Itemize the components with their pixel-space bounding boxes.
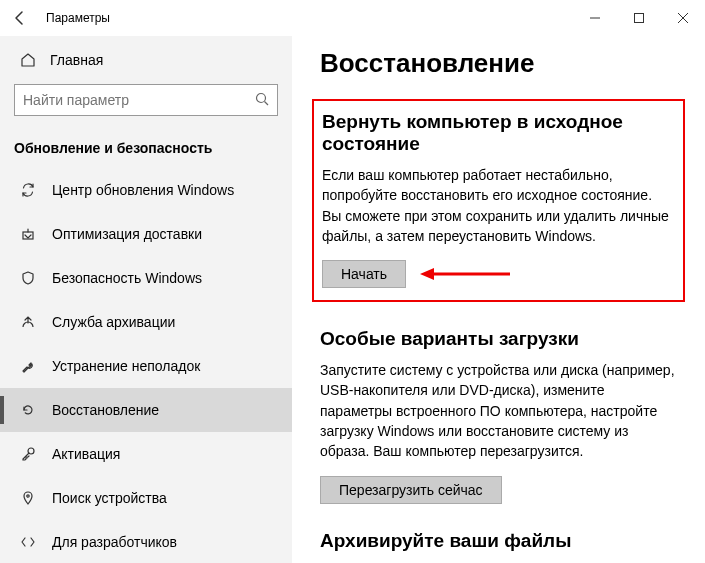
sidebar-item-label: Поиск устройства: [52, 490, 167, 506]
search-input[interactable]: [23, 92, 255, 108]
sidebar: Главная Обновление и безопасность Центр …: [0, 36, 292, 563]
restart-now-button[interactable]: Перезагрузить сейчас: [320, 476, 502, 504]
sidebar-item-label: Восстановление: [52, 402, 159, 418]
search-box[interactable]: [14, 84, 278, 116]
advanced-body: Запустите систему с устройства или диска…: [320, 360, 677, 461]
sidebar-item-windows-security[interactable]: Безопасность Windows: [0, 256, 292, 300]
home-link[interactable]: Главная: [0, 44, 292, 76]
recovery-icon: [20, 402, 36, 418]
maximize-button[interactable]: [617, 0, 661, 36]
close-button[interactable]: [661, 0, 705, 36]
reset-body: Если ваш компьютер работает нестабильно,…: [322, 165, 675, 246]
sidebar-item-windows-update[interactable]: Центр обновления Windows: [0, 168, 292, 212]
sidebar-item-label: Устранение неполадок: [52, 358, 200, 374]
page-title: Восстановление: [320, 48, 677, 79]
reset-start-button[interactable]: Начать: [322, 260, 406, 288]
sidebar-item-troubleshoot[interactable]: Устранение неполадок: [0, 344, 292, 388]
svg-point-4: [257, 93, 266, 102]
annotation-arrow: [420, 266, 510, 282]
home-label: Главная: [50, 52, 103, 68]
section-backup-files: Архивируйте ваши файлы При наличии пробл…: [320, 530, 677, 563]
backup-title: Архивируйте ваши файлы: [320, 530, 677, 552]
svg-marker-10: [420, 268, 434, 280]
reset-highlight-box: Вернуть компьютер в исходное состояние Е…: [312, 99, 685, 302]
wrench-icon: [20, 358, 36, 374]
sidebar-item-label: Служба архивации: [52, 314, 175, 330]
key-icon: [20, 446, 36, 462]
shield-icon: [20, 270, 36, 286]
titlebar: Параметры: [0, 0, 705, 36]
back-button[interactable]: [0, 0, 40, 36]
reset-title: Вернуть компьютер в исходное состояние: [322, 111, 675, 155]
section-reset: Вернуть компьютер в исходное состояние Е…: [320, 99, 677, 302]
backup-icon: [20, 314, 36, 330]
sidebar-item-recovery[interactable]: Восстановление: [0, 388, 292, 432]
sidebar-item-backup[interactable]: Служба архивации: [0, 300, 292, 344]
sidebar-item-developers[interactable]: Для разработчиков: [0, 520, 292, 563]
svg-point-8: [27, 495, 29, 497]
search-icon: [255, 92, 269, 109]
sidebar-item-label: Активация: [52, 446, 120, 462]
sidebar-item-label: Безопасность Windows: [52, 270, 202, 286]
sync-icon: [20, 182, 36, 198]
sidebar-item-label: Центр обновления Windows: [52, 182, 234, 198]
svg-line-5: [265, 101, 269, 105]
home-icon: [20, 52, 36, 68]
section-advanced-startup: Особые варианты загрузки Запустите систе…: [320, 328, 677, 503]
location-icon: [20, 490, 36, 506]
code-icon: [20, 534, 36, 550]
main-panel[interactable]: Восстановление Вернуть компьютер в исход…: [292, 36, 705, 563]
sidebar-item-delivery-optimization[interactable]: Оптимизация доставки: [0, 212, 292, 256]
sidebar-item-activation[interactable]: Активация: [0, 432, 292, 476]
category-header: Обновление и безопасность: [0, 126, 292, 168]
window-title: Параметры: [46, 11, 573, 25]
sidebar-item-label: Оптимизация доставки: [52, 226, 202, 242]
delivery-icon: [20, 226, 36, 242]
sidebar-item-find-device[interactable]: Поиск устройства: [0, 476, 292, 520]
content: Главная Обновление и безопасность Центр …: [0, 36, 705, 563]
nav-list: Центр обновления Windows Оптимизация дос…: [0, 168, 292, 563]
svg-rect-1: [635, 14, 644, 23]
minimize-button[interactable]: [573, 0, 617, 36]
advanced-title: Особые варианты загрузки: [320, 328, 677, 350]
sidebar-item-label: Для разработчиков: [52, 534, 177, 550]
